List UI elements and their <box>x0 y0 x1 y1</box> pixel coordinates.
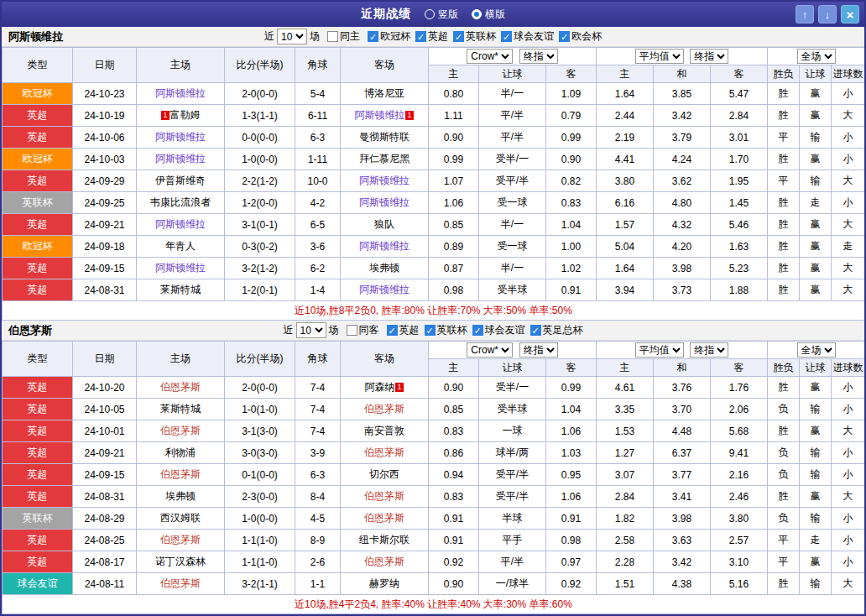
odds-value: 0.80 <box>429 83 479 105</box>
avg-odds-value: 2.44 <box>597 105 654 127</box>
odds-company-select[interactable]: Crow* <box>467 342 513 358</box>
match-date: 24-08-17 <box>73 551 137 573</box>
odds-time-select[interactable]: 终指 <box>519 342 558 358</box>
result-value: 负 <box>768 442 800 464</box>
team-name: 莱斯特城 <box>137 279 225 301</box>
col-avg-home: 主 <box>597 65 654 83</box>
odds-value: 0.90 <box>429 377 479 399</box>
result-value: 小 <box>832 464 865 486</box>
layout-radio-vertical[interactable]: 竖版 <box>425 8 458 22</box>
odds-value: 0.91 <box>546 508 597 530</box>
col-avg-draw: 和 <box>654 359 711 377</box>
col-avg-away: 客 <box>711 65 768 83</box>
competition-badge: 英超 <box>3 214 73 236</box>
same-venue-filter[interactable]: 同主 <box>327 29 360 44</box>
team-name-text: 伯恩茅斯 <box>364 490 404 502</box>
team-name: 纽卡斯尔联 <box>341 530 429 551</box>
score: 2-0(0-0) <box>225 83 295 105</box>
team-name-text: 伯恩茅斯 <box>364 403 404 415</box>
radio-icon <box>425 9 435 19</box>
odds-value: 0.85 <box>429 214 479 236</box>
result-value: 大 <box>832 420 865 442</box>
col-winloss: 胜负 <box>768 65 800 83</box>
same-venue-filter[interactable]: 同客 <box>347 323 379 337</box>
team-section-home: 阿斯顿维拉 近 10 场 同主 欧冠杯英超英联杯球会友谊欧会杯 <box>2 27 864 321</box>
avg-odds-value: 4.80 <box>654 192 711 214</box>
odds-value: 0.90 <box>429 573 479 595</box>
team-name-text: 伯恩茅斯 <box>364 556 404 567</box>
games-label: 场 <box>329 323 339 337</box>
score: 1-2(0-0) <box>225 192 295 214</box>
score: 2-2(1-2) <box>225 170 295 192</box>
match-date: 24-09-15 <box>73 258 137 279</box>
corners: 7-4 <box>295 420 341 442</box>
league-filter[interactable]: 英联杯 <box>425 323 467 337</box>
match-count-select[interactable]: 10 <box>296 322 326 338</box>
team-name: 伯恩茅斯 <box>137 573 225 595</box>
team-name-text: 莱斯特城 <box>160 284 201 295</box>
match-row: 英超24-09-15伯恩茅斯0-1(0-0)6-3切尔西0.94受平/半0.95… <box>3 464 865 486</box>
avg-odds-value: 3.07 <box>597 464 654 486</box>
result-value: 赢 <box>800 420 832 442</box>
col-home: 主场 <box>137 48 225 83</box>
match-row: 英超24-09-15阿斯顿维拉3-2(1-2)6-2埃弗顿0.87半/一1.02… <box>3 258 865 279</box>
competition-badge: 英超 <box>3 279 73 301</box>
avg-time-select[interactable]: 终指 <box>690 342 728 358</box>
scope-dropdown: 全场 <box>768 342 865 359</box>
avg-odds-value: 3.98 <box>654 508 711 530</box>
team-name-text: 阿斯顿维拉 <box>155 218 206 230</box>
odds-value: 1.00 <box>546 236 597 258</box>
avg-odds-value: 3.85 <box>654 83 711 105</box>
team-name-text: 曼彻斯特联 <box>359 131 410 143</box>
team-name-text: 伯恩茅斯 <box>364 446 404 458</box>
team-name-text: 阿斯顿维拉 <box>155 131 206 143</box>
move-down-button[interactable]: ↓ <box>818 5 837 23</box>
score: 1-0(0-0) <box>225 508 295 530</box>
league-filter[interactable]: 球会友谊 <box>472 323 525 337</box>
odds-time-select[interactable]: 终指 <box>519 49 558 64</box>
team-name: 阿斯顿维拉 <box>137 127 225 149</box>
league-filter[interactable]: 英超 <box>415 29 448 44</box>
league-filter[interactable]: 英联杯 <box>453 29 496 44</box>
scope-select[interactable]: 全场 <box>797 49 836 64</box>
team-name: 伯恩茅斯 <box>341 442 429 464</box>
result-value: 负 <box>768 508 800 530</box>
odds-value: 0.91 <box>429 530 479 551</box>
titlebar-buttons: ↑ ↓ × <box>796 5 859 23</box>
league-filter[interactable]: 欧冠杯 <box>368 29 410 44</box>
league-filter[interactable]: 球会友谊 <box>501 29 554 44</box>
avg-select[interactable]: 平均值 <box>635 342 684 358</box>
corners: 7-4 <box>295 377 341 399</box>
team-name-text: 阿斯顿维拉 <box>155 262 206 274</box>
match-count-select[interactable]: 10 <box>277 29 307 44</box>
scope-select[interactable]: 全场 <box>797 342 836 358</box>
avg-odds-value: 5.68 <box>711 420 768 442</box>
move-up-button[interactable]: ↑ <box>796 5 814 23</box>
league-filter[interactable]: 英足总杯 <box>530 323 583 337</box>
team-name-heading: 阿斯顿维拉 <box>8 29 63 44</box>
avg-select[interactable]: 平均值 <box>635 49 684 64</box>
match-row: 英超24-09-29伊普斯维奇2-2(1-2)10-0阿斯顿维拉1.07受平/半… <box>3 170 865 192</box>
league-filter[interactable]: 欧会杯 <box>559 29 602 44</box>
avg-time-select[interactable]: 终指 <box>690 49 728 64</box>
scope-dropdown: 全场 <box>768 48 865 65</box>
team-name: 伯恩茅斯 <box>341 508 429 530</box>
match-row: 英超24-08-31莱斯特城1-2(0-1)1-4阿斯顿维拉0.98受半球0.9… <box>3 279 865 301</box>
odds-company-select[interactable]: Crow* <box>467 49 513 64</box>
odds-value: 0.85 <box>429 399 479 420</box>
result-value: 输 <box>800 508 832 530</box>
radio-label: 竖版 <box>438 8 458 22</box>
league-filter[interactable]: 英超 <box>387 323 420 337</box>
section-header: 伯恩茅斯 近 10 场 同客 英超英联杯球会友谊英足总杯 <box>2 321 864 341</box>
col-odds-handicap: 让球 <box>479 359 546 377</box>
competition-badge: 英超 <box>3 530 73 551</box>
layout-radio-horizontal[interactable]: 横版 <box>472 8 505 22</box>
close-button[interactable]: × <box>841 5 859 23</box>
result-value: 走 <box>832 236 865 258</box>
corners: 6-3 <box>295 464 341 486</box>
avg-odds-value: 5.16 <box>711 573 768 595</box>
col-odds-home: 主 <box>429 359 479 377</box>
result-value: 小 <box>832 127 865 149</box>
corners: 5-4 <box>295 83 341 105</box>
match-row: 英超24-09-21利物浦3-0(3-0)3-9伯恩茅斯0.86球半/两1.03… <box>3 442 865 464</box>
